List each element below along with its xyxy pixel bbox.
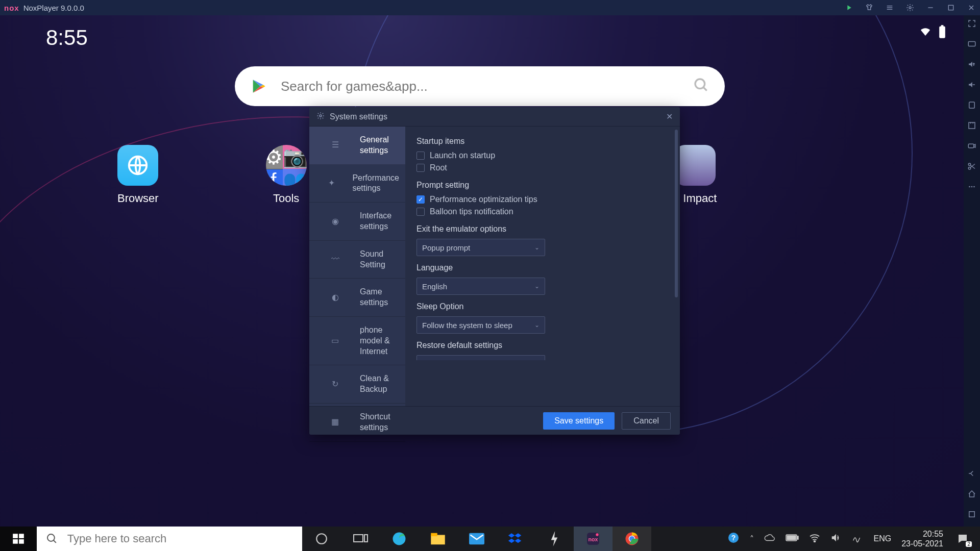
svg-rect-17	[968, 144, 974, 148]
language-indicator[interactable]: ENG	[873, 534, 891, 543]
taskbar-search[interactable]	[37, 527, 302, 551]
select-language[interactable]: English⌄	[416, 278, 545, 295]
search-icon[interactable]	[693, 77, 709, 95]
fullscreen-icon[interactable]	[967, 18, 977, 29]
volume-tray-icon[interactable]	[830, 533, 842, 545]
svg-rect-35	[431, 533, 437, 536]
mail-icon[interactable]	[457, 527, 496, 551]
svg-rect-14	[968, 42, 975, 46]
chrome-icon[interactable]	[612, 527, 651, 551]
back-icon[interactable]	[967, 468, 977, 479]
battery-icon	[938, 24, 946, 41]
select-exit-option[interactable]: Popup prompt⌄	[416, 239, 545, 256]
edge-icon[interactable]	[380, 527, 419, 551]
more-icon[interactable]	[967, 182, 977, 192]
gauge-icon: ✦	[315, 179, 347, 187]
search-input[interactable]	[281, 79, 693, 94]
dropbox-icon[interactable]	[496, 527, 535, 551]
sidebar-shortcut[interactable]: ▦Shortcut settings	[309, 404, 405, 442]
sidebar-clean-backup[interactable]: ↻Clean & Backup	[309, 365, 405, 404]
keymap-icon[interactable]	[967, 39, 977, 49]
tshirt-icon[interactable]	[865, 3, 874, 12]
checkbox-balloon-tips[interactable]: Balloon tips notification	[416, 207, 669, 216]
wifi-tray-icon[interactable]	[809, 533, 820, 544]
handwriting-tray-icon[interactable]	[852, 533, 863, 545]
taskbar-search-input[interactable]	[67, 532, 293, 545]
sidebar-interface[interactable]: ◉Interface settings	[309, 203, 405, 241]
select-restore-partial[interactable]	[416, 355, 545, 360]
svg-line-11	[703, 87, 707, 91]
volume-up-icon[interactable]	[967, 59, 977, 69]
dialog-title: System settings	[330, 112, 387, 121]
chevron-down-icon: ⌄	[534, 244, 540, 251]
gamepad-icon: ◐	[315, 293, 355, 302]
taskbar-datetime[interactable]: 20:55 23-05-2021	[901, 529, 943, 548]
sidebar-sound[interactable]: 〰Sound Setting	[309, 241, 405, 279]
svg-rect-24	[13, 534, 18, 538]
onedrive-tray-icon[interactable]	[764, 533, 775, 544]
record-icon[interactable]	[967, 141, 977, 151]
rotate-icon[interactable]	[967, 100, 977, 110]
tray-chevron-up-icon[interactable]: ˄	[750, 534, 754, 544]
lightning-app-icon[interactable]	[535, 527, 574, 551]
settings-dialog: System settings ✕ ☰General settings ✦Per…	[309, 107, 680, 435]
start-button[interactable]	[0, 527, 37, 551]
windows-taskbar: nox ? ˄ ENG 20:55 23-05-2021 2	[0, 527, 980, 551]
app-browser[interactable]: Browser	[117, 145, 159, 205]
play-icon[interactable]	[844, 3, 853, 12]
search-bar[interactable]	[235, 66, 725, 106]
close-icon[interactable]	[967, 3, 976, 12]
checkbox-launch-startup[interactable]: Launch on startup	[416, 151, 669, 160]
select-sleep-option[interactable]: Follow the system to sleep⌄	[416, 316, 545, 334]
play-store-icon	[250, 78, 267, 95]
svg-point-48	[814, 541, 816, 542]
app-tools[interactable]: ⚙📷f👥 Tools	[266, 145, 307, 205]
file-explorer-icon[interactable]	[419, 527, 457, 551]
help-tray-icon[interactable]: ?	[727, 532, 740, 546]
nox-taskbar-icon[interactable]: nox	[574, 527, 612, 551]
status-clock: 8:55	[46, 26, 88, 50]
svg-text:?: ?	[731, 534, 736, 542]
sidebar-phone-model[interactable]: ▭phone model & Internet	[309, 317, 405, 365]
sidebar-performance[interactable]: ✦Performance settings	[309, 165, 405, 203]
notifications-icon[interactable]: 2	[953, 530, 972, 548]
save-settings-button[interactable]: Save settings	[543, 412, 615, 430]
volume-down-icon[interactable]	[967, 80, 977, 90]
svg-point-39	[596, 533, 598, 536]
checkbox-perf-tips[interactable]: ✓Performance optimization tips	[416, 195, 669, 204]
battery-tray-icon[interactable]	[786, 534, 799, 544]
sliders-icon: ☰	[315, 141, 355, 149]
cancel-button[interactable]: Cancel	[622, 412, 671, 430]
svg-rect-26	[13, 539, 18, 544]
sidebar-game[interactable]: ◐Game settings	[309, 279, 405, 317]
cortana-icon[interactable]	[302, 527, 341, 551]
phone-icon: ▭	[315, 337, 355, 345]
wifi-icon	[918, 26, 933, 40]
svg-rect-5	[948, 5, 953, 10]
minimize-icon[interactable]	[926, 3, 935, 12]
home-icon[interactable]	[967, 489, 977, 499]
sleep-option-title: Sleep Option	[416, 302, 669, 311]
search-icon	[46, 532, 58, 545]
scrollbar[interactable]	[675, 130, 678, 297]
sidebar-general[interactable]: ☰General settings	[309, 127, 405, 165]
app-genshin[interactable]: n Impact	[674, 145, 717, 205]
scissors-icon[interactable]	[967, 161, 977, 171]
prompt-setting-title: Prompt setting	[416, 181, 669, 190]
menu-icon[interactable]	[885, 3, 894, 12]
svg-rect-25	[19, 534, 24, 538]
settings-icon[interactable]	[905, 3, 915, 12]
svg-rect-46	[797, 536, 798, 539]
recents-icon[interactable]	[967, 509, 977, 519]
checkbox-root[interactable]: Root	[416, 163, 669, 172]
maximize-icon[interactable]	[946, 3, 955, 12]
svg-rect-27	[19, 539, 24, 544]
dialog-close-icon[interactable]: ✕	[666, 112, 673, 121]
svg-rect-47	[787, 536, 796, 540]
settings-sidebar: ☰General settings ✦Performance settings …	[309, 127, 405, 406]
task-view-icon[interactable]	[341, 527, 380, 551]
svg-point-3	[909, 7, 911, 9]
screenshot-icon[interactable]	[967, 120, 977, 131]
eye-icon: ◉	[315, 217, 355, 226]
svg-point-10	[695, 79, 705, 89]
